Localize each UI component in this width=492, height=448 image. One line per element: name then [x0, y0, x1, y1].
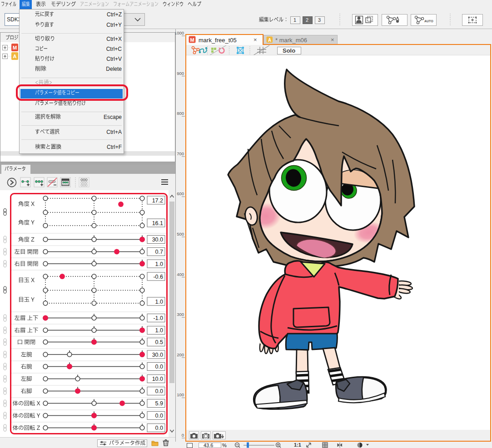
- svg-text:200: 200: [177, 352, 184, 357]
- svg-text:0: 0: [182, 433, 184, 438]
- svg-text:1000: 1000: [175, 30, 184, 35]
- svg-text:100: 100: [177, 392, 184, 397]
- svg-text:500: 500: [177, 231, 184, 236]
- svg-text:A: A: [268, 38, 271, 43]
- svg-text:M: M: [190, 37, 194, 43]
- svg-text:400: 400: [177, 272, 184, 277]
- svg-text:300: 300: [177, 312, 184, 317]
- svg-text:A: A: [13, 54, 17, 59]
- svg-text:800: 800: [177, 111, 184, 116]
- svg-text:AUTO: AUTO: [424, 20, 433, 23]
- svg-text:M: M: [13, 45, 17, 50]
- svg-text:900: 900: [177, 71, 184, 76]
- svg-text:700: 700: [177, 151, 184, 156]
- svg-text:600: 600: [177, 191, 184, 196]
